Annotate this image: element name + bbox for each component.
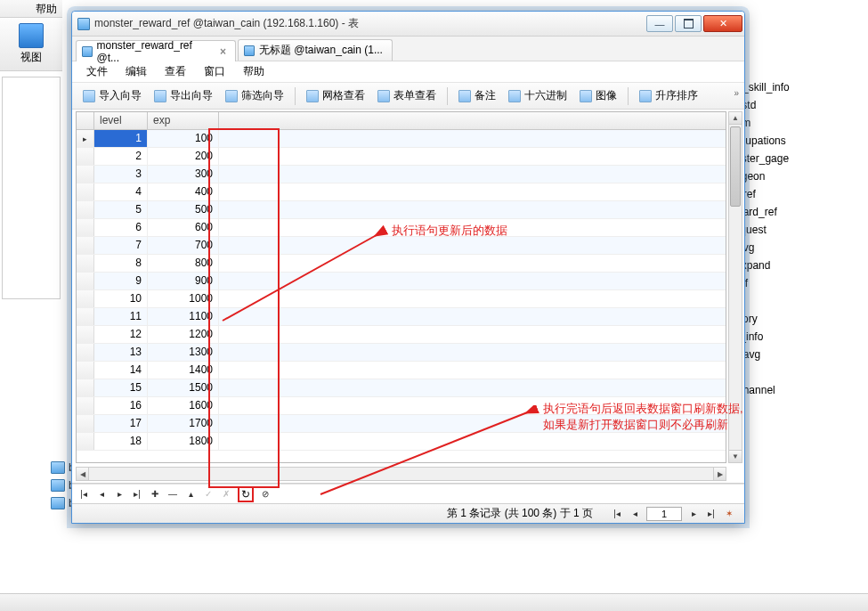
filter-wizard-button[interactable]: 筛选向导 <box>220 86 289 105</box>
cell-level[interactable]: 6 <box>94 219 148 236</box>
page-next-button[interactable]: ▸ <box>687 509 700 518</box>
page-prev-button[interactable]: ◂ <box>629 509 641 518</box>
row-header[interactable] <box>77 237 94 254</box>
table-row[interactable]: 9900 <box>77 273 726 290</box>
nav-add-button[interactable]: ✚ <box>149 489 161 499</box>
cell-exp[interactable]: 1500 <box>148 379 219 396</box>
cell-level[interactable]: 11 <box>94 308 148 325</box>
row-header[interactable] <box>77 362 94 379</box>
minimize-button[interactable] <box>646 15 673 32</box>
nav-stop-button[interactable]: ⊘ <box>259 489 272 499</box>
cell-level[interactable]: 14 <box>94 362 148 379</box>
cell-exp[interactable]: 1200 <box>148 326 219 343</box>
nav-last-button[interactable]: ▸| <box>131 489 143 499</box>
tab-monster-reward[interactable]: monster_reward_ref @t... × <box>76 40 236 61</box>
table-row[interactable]: 101000 <box>77 290 726 308</box>
cell-level[interactable]: 1 <box>94 130 148 147</box>
cell-level[interactable]: 9 <box>94 273 148 289</box>
sort-asc-button[interactable]: 升序排序 <box>634 86 703 105</box>
cell-exp[interactable]: 400 <box>148 183 219 200</box>
titlebar[interactable]: monster_reward_ref @taiwan_cain (192.168… <box>72 12 744 37</box>
table-row[interactable]: 151500 <box>77 379 726 397</box>
cell-level[interactable]: 17 <box>94 415 148 432</box>
cell-exp[interactable]: 300 <box>148 166 219 183</box>
hex-button[interactable]: 十六进制 <box>503 86 572 105</box>
nav-cancel-button[interactable]: ✗ <box>220 489 232 499</box>
nav-delete-button[interactable]: — <box>166 489 179 499</box>
row-header[interactable] <box>77 344 94 361</box>
cell-exp[interactable]: 500 <box>148 201 219 218</box>
cell-level[interactable]: 2 <box>94 148 148 165</box>
cell-exp[interactable]: 200 <box>148 148 219 165</box>
row-header[interactable] <box>77 148 94 165</box>
row-header[interactable] <box>77 326 94 343</box>
page-input[interactable] <box>646 507 682 521</box>
cell-exp[interactable]: 1000 <box>148 290 219 307</box>
close-icon[interactable]: × <box>220 45 226 58</box>
cell-level[interactable]: 16 <box>94 397 148 414</box>
cell-level[interactable]: 8 <box>94 255 148 272</box>
cell-exp[interactable]: 1600 <box>148 397 219 414</box>
view-icon[interactable] <box>19 23 44 48</box>
import-wizard-button[interactable]: 导入向导 <box>77 86 147 105</box>
menu-window[interactable]: 窗口 <box>197 62 232 81</box>
row-header[interactable] <box>77 201 94 218</box>
cell-exp[interactable]: 1800 <box>148 433 219 450</box>
cell-exp[interactable]: 600 <box>148 219 219 236</box>
table-row[interactable]: 1100 <box>77 130 726 148</box>
cell-exp[interactable]: 1300 <box>148 344 219 361</box>
table-row[interactable]: 6600 <box>77 219 726 237</box>
cell-level[interactable]: 7 <box>94 237 148 254</box>
table-row[interactable]: 5500 <box>77 201 726 219</box>
image-button[interactable]: 图像 <box>574 86 622 105</box>
cell-exp[interactable]: 1400 <box>148 362 219 379</box>
table-row[interactable]: 2200 <box>77 148 726 166</box>
grid-view-button[interactable]: 网格查看 <box>301 86 370 105</box>
table-row[interactable]: 181800 <box>77 433 726 451</box>
scroll-left-icon[interactable]: ◀ <box>77 468 89 480</box>
table-row[interactable]: 7700 <box>77 237 726 255</box>
export-wizard-button[interactable]: 导出向导 <box>149 86 218 105</box>
row-header[interactable] <box>77 379 94 396</box>
nav-refresh-button[interactable]: ↻ <box>238 486 254 502</box>
scroll-down-icon[interactable]: ▼ <box>729 450 742 462</box>
row-header[interactable] <box>77 397 94 414</box>
cell-exp[interactable]: 800 <box>148 255 219 272</box>
col-level[interactable]: level <box>94 112 148 129</box>
cell-exp[interactable]: 1100 <box>148 308 219 325</box>
row-header[interactable] <box>77 273 94 289</box>
corner-cell[interactable] <box>77 112 94 129</box>
memo-button[interactable]: 备注 <box>453 86 501 105</box>
menu-view[interactable]: 查看 <box>158 62 193 81</box>
menu-edit[interactable]: 编辑 <box>118 62 154 81</box>
row-header[interactable] <box>77 183 94 200</box>
table-row[interactable]: 111100 <box>77 308 726 326</box>
nav-edit-button[interactable]: ▴ <box>184 489 197 499</box>
table-row[interactable]: 161600 <box>77 397 726 415</box>
cell-level[interactable]: 4 <box>94 183 148 200</box>
cell-level[interactable]: 5 <box>94 201 148 218</box>
table-row[interactable]: 121200 <box>77 326 726 344</box>
row-header[interactable] <box>77 415 94 432</box>
nav-commit-button[interactable]: ✓ <box>202 489 215 499</box>
data-grid[interactable]: level exp 110022003300440055006600770088… <box>76 111 726 463</box>
page-first-button[interactable]: |◂ <box>611 509 623 518</box>
table-row[interactable]: 4400 <box>77 183 726 201</box>
table-row[interactable]: 141400 <box>77 362 726 379</box>
table-row[interactable]: 3300 <box>77 166 726 183</box>
grid-body[interactable]: 1100220033004400550066007700880099001010… <box>77 130 726 451</box>
maximize-button[interactable] <box>675 15 702 32</box>
vertical-scrollbar[interactable]: ▲ ▼ <box>728 111 742 463</box>
row-header[interactable] <box>77 130 94 147</box>
nav-first-button[interactable]: |◂ <box>77 489 90 499</box>
col-exp[interactable]: exp <box>148 112 219 129</box>
cell-level[interactable]: 3 <box>94 166 148 183</box>
table-row[interactable]: 8800 <box>77 255 726 273</box>
menu-file[interactable]: 文件 <box>79 62 115 81</box>
row-header[interactable] <box>77 308 94 325</box>
cell-level[interactable]: 10 <box>94 290 148 307</box>
row-header[interactable] <box>77 255 94 272</box>
scroll-right-icon[interactable]: ▶ <box>713 468 726 480</box>
row-header[interactable] <box>77 290 94 307</box>
form-view-button[interactable]: 表单查看 <box>372 86 442 105</box>
